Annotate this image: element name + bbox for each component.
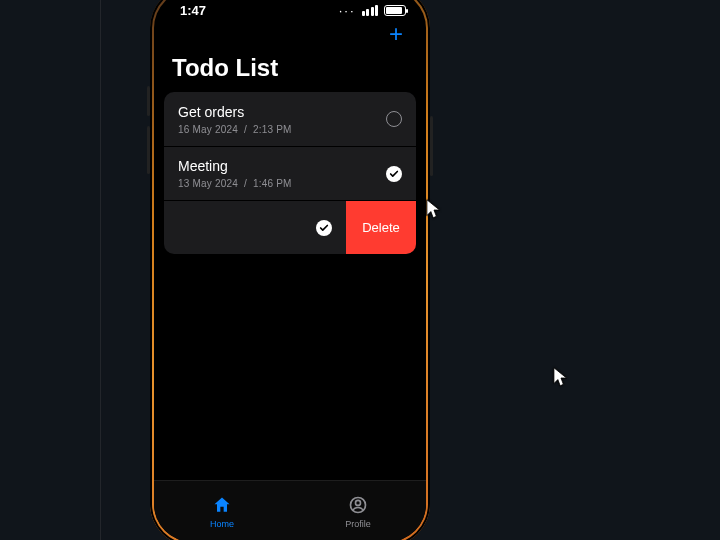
todo-meta: 13 May 2024 / 1:46 PM — [178, 178, 292, 189]
checkbox-checked-icon[interactable] — [316, 220, 332, 236]
tab-bar: Home Profile — [154, 480, 426, 540]
add-todo-button[interactable]: + — [384, 22, 408, 46]
delete-button[interactable]: Delete — [346, 201, 416, 254]
panel-divider — [100, 0, 101, 540]
todo-list: Get orders 16 May 2024 / 2:13 PM Meeting… — [164, 92, 416, 254]
todo-item[interactable]: Get orders 16 May 2024 / 2:13 PM — [164, 92, 416, 146]
side-button — [147, 126, 150, 174]
status-bar: 1:47 ··· — [154, 0, 426, 20]
side-button — [147, 86, 150, 116]
side-button — [430, 116, 433, 176]
tab-label: Profile — [345, 519, 371, 529]
checkbox-checked-icon[interactable] — [386, 166, 402, 182]
profile-icon — [348, 495, 368, 517]
delete-label: Delete — [362, 220, 400, 235]
home-icon — [212, 495, 232, 517]
todo-item-swiped[interactable]: / 1:46 PM Delete — [164, 200, 416, 254]
todo-title: Meeting — [178, 158, 292, 174]
phone-frame: 1:47 ··· + Todo List Get orders — [150, 0, 430, 540]
tab-home[interactable]: Home — [154, 481, 290, 540]
cellular-icon — [362, 5, 379, 16]
todo-title: Get orders — [178, 104, 292, 120]
status-time: 1:47 — [180, 3, 206, 18]
checkbox-unchecked-icon[interactable] — [386, 111, 402, 127]
todo-item[interactable]: Meeting 13 May 2024 / 1:46 PM — [164, 146, 416, 200]
page-title: Todo List — [154, 50, 426, 92]
todo-meta: 16 May 2024 / 2:13 PM — [178, 124, 292, 135]
cursor-icon — [553, 367, 569, 389]
battery-icon — [384, 5, 406, 16]
tab-profile[interactable]: Profile — [290, 481, 426, 540]
phone-screen: 1:47 ··· + Todo List Get orders — [154, 0, 426, 540]
status-dots-icon: ··· — [339, 3, 356, 18]
svg-point-1 — [356, 500, 361, 505]
tab-label: Home — [210, 519, 234, 529]
plus-icon: + — [389, 20, 403, 48]
